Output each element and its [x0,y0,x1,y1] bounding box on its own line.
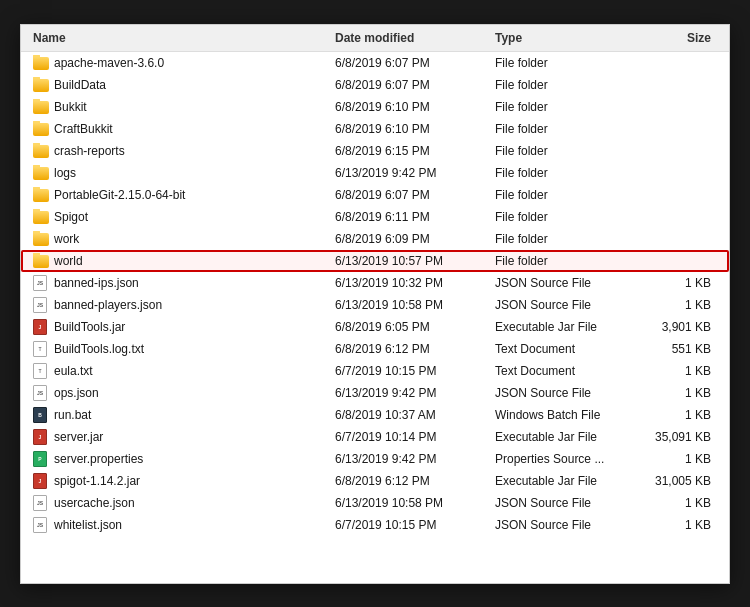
file-type: Windows Batch File [491,408,641,422]
table-row[interactable]: T BuildTools.log.txt 6/8/2019 6:12 PM Te… [21,338,729,360]
file-name: J server.jar [29,429,331,445]
table-row[interactable]: BuildData 6/8/2019 6:07 PM File folder [21,74,729,96]
table-row[interactable]: JS whitelist.json 6/7/2019 10:15 PM JSON… [21,514,729,536]
file-type: Executable Jar File [491,320,641,334]
file-size: 1 KB [641,386,721,400]
table-row[interactable]: J server.jar 6/7/2019 10:14 PM Executabl… [21,426,729,448]
table-row[interactable]: CraftBukkit 6/8/2019 6:10 PM File folder [21,118,729,140]
file-name-label: banned-ips.json [54,276,139,290]
file-name: world [29,253,331,269]
file-date: 6/8/2019 6:12 PM [331,474,491,488]
file-name-label: eula.txt [54,364,93,378]
folder-icon [33,209,49,225]
table-row[interactable]: JS banned-ips.json 6/13/2019 10:32 PM JS… [21,272,729,294]
file-size: 1 KB [641,298,721,312]
file-date: 6/8/2019 6:10 PM [331,122,491,136]
file-date: 6/8/2019 6:09 PM [331,232,491,246]
file-name: BuildData [29,77,331,93]
table-row[interactable]: JS banned-players.json 6/13/2019 10:58 P… [21,294,729,316]
file-type: Text Document [491,364,641,378]
file-size: 35,091 KB [641,430,721,444]
file-date: 6/8/2019 6:05 PM [331,320,491,334]
file-name-label: Bukkit [54,100,87,114]
table-row[interactable]: world 6/13/2019 10:57 PM File folder [21,250,729,272]
file-list[interactable]: Name Date modified Type Size apache-mave… [21,25,729,583]
file-date: 6/8/2019 6:10 PM [331,100,491,114]
file-date: 6/8/2019 6:15 PM [331,144,491,158]
file-date: 6/7/2019 10:15 PM [331,518,491,532]
header-size: Size [641,29,721,47]
file-type: File folder [491,232,641,246]
file-type: JSON Source File [491,518,641,532]
header-date: Date modified [331,29,491,47]
table-row[interactable]: apache-maven-3.6.0 6/8/2019 6:07 PM File… [21,52,729,74]
table-row[interactable]: PortableGit-2.15.0-64-bit 6/8/2019 6:07 … [21,184,729,206]
table-row[interactable]: logs 6/13/2019 9:42 PM File folder [21,162,729,184]
file-name: PortableGit-2.15.0-64-bit [29,187,331,203]
file-name-label: usercache.json [54,496,135,510]
folder-icon [33,143,49,159]
table-header: Name Date modified Type Size [21,25,729,52]
table-row[interactable]: B run.bat 6/8/2019 10:37 AM Windows Batc… [21,404,729,426]
file-name: J spigot-1.14.2.jar [29,473,331,489]
folder-icon [33,187,49,203]
file-name: J BuildTools.jar [29,319,331,335]
table-row[interactable]: J spigot-1.14.2.jar 6/8/2019 6:12 PM Exe… [21,470,729,492]
file-name-label: work [54,232,79,246]
table-row[interactable]: J BuildTools.jar 6/8/2019 6:05 PM Execut… [21,316,729,338]
file-type: Text Document [491,342,641,356]
file-name-label: logs [54,166,76,180]
json-icon: JS [33,297,49,313]
table-row[interactable]: P server.properties 6/13/2019 9:42 PM Pr… [21,448,729,470]
file-name: Bukkit [29,99,331,115]
file-name: logs [29,165,331,181]
file-name-label: server.properties [54,452,143,466]
file-type: JSON Source File [491,276,641,290]
header-type: Type [491,29,641,47]
folder-icon [33,165,49,181]
file-name: JS ops.json [29,385,331,401]
folder-icon [33,121,49,137]
file-size: 551 KB [641,342,721,356]
file-date: 6/13/2019 10:57 PM [331,254,491,268]
file-date: 6/8/2019 6:07 PM [331,188,491,202]
table-row[interactable]: JS ops.json 6/13/2019 9:42 PM JSON Sourc… [21,382,729,404]
file-name-label: CraftBukkit [54,122,113,136]
jar-icon: J [33,319,49,335]
file-name-label: apache-maven-3.6.0 [54,56,164,70]
table-row[interactable]: JS usercache.json 6/13/2019 10:58 PM JSO… [21,492,729,514]
file-size: 1 KB [641,518,721,532]
table-row[interactable]: Bukkit 6/8/2019 6:10 PM File folder [21,96,729,118]
bat-icon: B [33,407,49,423]
file-type: JSON Source File [491,496,641,510]
file-name-label: banned-players.json [54,298,162,312]
file-date: 6/7/2019 10:15 PM [331,364,491,378]
table-row[interactable]: Spigot 6/8/2019 6:11 PM File folder [21,206,729,228]
header-name: Name [29,29,331,47]
json-icon: JS [33,275,49,291]
file-date: 6/13/2019 10:32 PM [331,276,491,290]
file-name: CraftBukkit [29,121,331,137]
file-name: JS banned-players.json [29,297,331,313]
table-row[interactable]: work 6/8/2019 6:09 PM File folder [21,228,729,250]
table-row[interactable]: T eula.txt 6/7/2019 10:15 PM Text Docume… [21,360,729,382]
file-date: 6/7/2019 10:14 PM [331,430,491,444]
file-type: File folder [491,100,641,114]
file-explorer-window: Name Date modified Type Size apache-mave… [20,24,730,584]
file-name: JS banned-ips.json [29,275,331,291]
file-type: JSON Source File [491,298,641,312]
file-name-label: whitelist.json [54,518,122,532]
file-name-label: Spigot [54,210,88,224]
file-name-label: BuildTools.log.txt [54,342,144,356]
file-name: T eula.txt [29,363,331,379]
file-name-label: ops.json [54,386,99,400]
file-size: 1 KB [641,496,721,510]
file-type: File folder [491,144,641,158]
table-row[interactable]: crash-reports 6/8/2019 6:15 PM File fold… [21,140,729,162]
file-name: P server.properties [29,451,331,467]
file-date: 6/8/2019 6:07 PM [331,78,491,92]
file-type: File folder [491,210,641,224]
file-size: 1 KB [641,364,721,378]
folder-icon [33,99,49,115]
file-size: 1 KB [641,408,721,422]
